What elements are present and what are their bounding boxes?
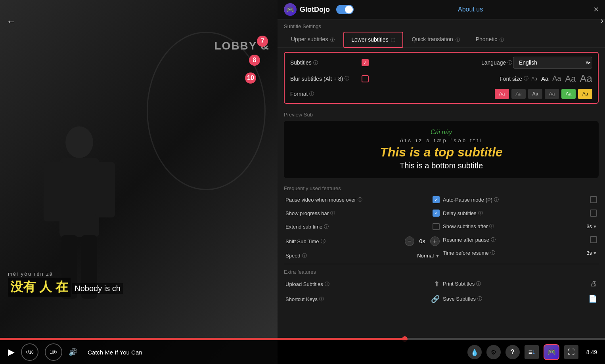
resume-pause-help[interactable]: ⓘ <box>491 236 496 243</box>
feature-speed: Speed ⓘ Normal ▼ <box>284 249 441 262</box>
format-normal[interactable]: Aa <box>495 89 509 99</box>
print-help[interactable]: ⓘ <box>476 280 481 287</box>
forward10-button[interactable]: 10↻ <box>45 343 62 361</box>
step-badge-7: 7 <box>257 36 268 47</box>
rewind10-button[interactable]: ↺10 <box>21 343 38 361</box>
font-size-xs[interactable]: Aa <box>531 76 537 82</box>
subtitle-toggle-button[interactable]: ≡1 <box>525 345 539 359</box>
tab-help-upper: ⓘ <box>330 37 335 42</box>
preview-section: Preview Sub Cái này ðɪs ɪz ə tæp ˈsəb tɪ… <box>278 108 605 182</box>
font-size-md[interactable]: Aa <box>552 74 561 83</box>
logo-text: GlotDojo <box>300 6 330 14</box>
format-label: Format ⓘ <box>290 91 362 97</box>
blur-subtitles-label: Blur subtitles (Alt + 8) ⓘ <box>290 75 362 82</box>
logo-icon: 🎮 <box>284 3 297 16</box>
shift-time-control: − 0s + <box>405 236 440 246</box>
tab-upper-subtitles[interactable]: Upper subtitles ⓘ <box>284 32 342 48</box>
speed-help[interactable]: ⓘ <box>302 252 307 259</box>
language-select-wrapper: English Spanish French ▼ <box>513 57 592 69</box>
speed-control: Normal ▼ <box>417 253 440 259</box>
subtitles-help-icon[interactable]: ⓘ <box>313 59 318 66</box>
subtitles-checkbox[interactable] <box>362 59 369 66</box>
auto-pause-checkbox[interactable] <box>590 196 597 203</box>
subtitles-row: Subtitles ⓘ Language ⓘ English Spanish F… <box>290 57 592 69</box>
delay-sub-checkbox[interactable] <box>590 210 597 217</box>
subtitle-pinyin: méi yǒu rén zā <box>8 271 274 277</box>
font-size-lg[interactable]: Aa <box>565 74 576 84</box>
preview-bottom-subtitle: This is a bottom subtitle <box>400 161 483 170</box>
format-color2[interactable]: Aa <box>578 89 592 99</box>
extra-shortcut: Shortcut Keys ⓘ 🔗 <box>284 292 441 307</box>
language-help-icon[interactable]: ⓘ <box>507 59 512 66</box>
resume-pause-checkbox[interactable] <box>590 236 597 243</box>
close-button[interactable]: × <box>594 4 599 15</box>
resume-pause-label: Resume after pause ⓘ <box>443 236 587 243</box>
font-size-help-icon[interactable]: ⓘ <box>524 75 528 82</box>
subtitles-label: Subtitles ⓘ <box>290 59 362 66</box>
tab-quick-translation[interactable]: Quick translation ⓘ <box>405 32 467 48</box>
tab-phonetic[interactable]: Phonetic ⓘ <box>469 32 511 48</box>
blur-checkbox[interactable] <box>362 75 369 82</box>
svg-rect-2 <box>44 162 63 221</box>
font-size-label: Font size ⓘ <box>500 75 531 82</box>
language-select[interactable]: English Spanish French <box>513 57 592 69</box>
preview-main-subtitle: This is a top subtitle <box>380 145 502 160</box>
upload-icon[interactable]: ⬆ <box>434 280 440 288</box>
extend-sub-help[interactable]: ⓘ <box>324 223 329 230</box>
toggle-switch[interactable] <box>336 5 354 14</box>
back-arrow-button[interactable]: ← <box>6 16 16 27</box>
show-after-dropdown[interactable]: ▼ <box>593 224 597 229</box>
feature-progress-bar: Show progress bar ⓘ <box>284 206 441 220</box>
help-button[interactable]: ? <box>505 345 520 359</box>
upload-help[interactable]: ⓘ <box>325 281 329 288</box>
right-nav-arrow[interactable]: › <box>601 16 603 26</box>
time-resume-dropdown[interactable]: ▼ <box>593 251 597 255</box>
format-bold[interactable]: Aa <box>528 89 542 99</box>
auto-pause-help[interactable]: ⓘ <box>494 196 499 203</box>
extend-sub-label: Extend sub time ⓘ <box>285 223 429 230</box>
font-size-sm[interactable]: Aa <box>541 75 548 82</box>
shift-time-plus[interactable]: + <box>430 236 440 246</box>
font-size-xl[interactable]: Aa <box>580 72 592 85</box>
save-help[interactable]: ⓘ <box>477 295 482 302</box>
fullscreen-button[interactable]: ⛶ <box>564 345 578 359</box>
feature-show-after: Show subtitles after ⓘ 3s ▼ <box>441 220 599 233</box>
pause-mouse-checkbox[interactable] <box>433 196 440 203</box>
progress-bar-help[interactable]: ⓘ <box>330 210 335 217</box>
settings-button[interactable]: ⚙ <box>486 345 501 359</box>
extra-right-column: Print Subtitles ⓘ 🖨 Save Subtitles ⓘ 📄 <box>441 276 599 307</box>
progress-bar-checkbox[interactable] <box>433 210 440 217</box>
feature-shift-sub-time: Shift Sub Time ⓘ − 0s + <box>284 233 441 249</box>
tabs-row: Upper subtitles ⓘ Lower subtitles ⓘ Quic… <box>278 32 605 48</box>
save-icon[interactable]: 📄 <box>588 294 597 303</box>
shortcut-help[interactable]: ⓘ <box>319 296 324 303</box>
print-icon[interactable]: 🖨 <box>590 280 597 288</box>
time-resume-help[interactable]: ⓘ <box>490 250 495 256</box>
droplet-button[interactable]: 💧 <box>467 345 482 359</box>
extend-sub-checkbox[interactable] <box>433 223 440 230</box>
shortcut-label: Shortcut Keys ⓘ <box>285 296 428 303</box>
shift-sub-help[interactable]: ⓘ <box>321 238 325 245</box>
logo-area: 🎮 GlotDojo <box>284 3 354 16</box>
volume-button[interactable]: 🔊 <box>69 348 77 356</box>
glotdojo-avatar-button[interactable]: 🎮 <box>544 344 559 360</box>
tab-help-phonetic: ⓘ <box>500 37 504 42</box>
play-button[interactable]: ▶ <box>8 347 15 357</box>
show-after-help[interactable]: ⓘ <box>489 223 494 230</box>
format-underline[interactable]: Aa <box>545 89 559 99</box>
video-area: LOBBY & 7 8 9 10 ← méi yǒu rén zā 没有 人 在… <box>0 0 278 364</box>
shortcut-icon[interactable]: 🔗 <box>431 295 440 303</box>
pause-mouse-help[interactable]: ⓘ <box>358 196 362 203</box>
tab-lower-subtitles[interactable]: Lower subtitles ⓘ <box>343 32 403 48</box>
format-color1[interactable]: Aa <box>561 89 576 99</box>
format-options: Aa Aa Aa Aa Aa Aa <box>495 89 592 99</box>
about-link[interactable]: About us <box>458 6 483 13</box>
format-help-icon[interactable]: ⓘ <box>309 91 314 97</box>
format-italic[interactable]: Aa <box>511 89 526 99</box>
features-divider <box>284 264 599 264</box>
delay-sub-help[interactable]: ⓘ <box>478 210 483 217</box>
svg-rect-1 <box>59 158 99 237</box>
blur-help-icon[interactable]: ⓘ <box>345 75 349 82</box>
shift-time-minus[interactable]: − <box>405 236 414 246</box>
speed-dropdown-icon[interactable]: ▼ <box>435 253 440 258</box>
